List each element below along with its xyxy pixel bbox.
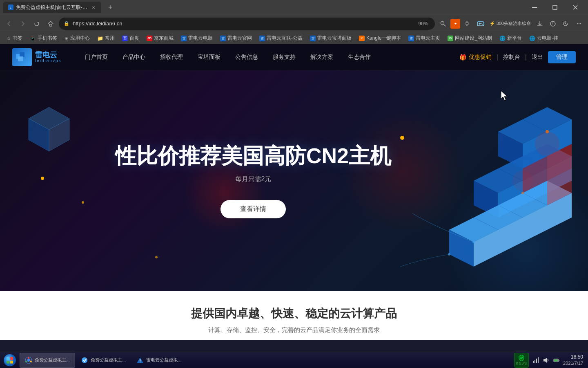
bookmark-newplatform[interactable]: 🌐 新平台	[496, 34, 525, 43]
tray-battery-icon[interactable]	[552, 356, 561, 364]
bookmark-ldc1[interactable]: 雷 雷电云电脑	[178, 34, 216, 43]
close-button[interactable]	[566, 0, 585, 15]
promo-link[interactable]: 🎁 优惠促销	[459, 54, 492, 61]
bookmark-appcenter[interactable]: ⊞ 应用中心	[61, 34, 93, 43]
url-text: https://idc.leidian6.cn	[73, 20, 415, 27]
start-button[interactable]	[2, 352, 18, 368]
nav-support[interactable]: 服务支持	[265, 44, 303, 70]
taskbar-item-3[interactable]: 雷电云公益虚拟...	[131, 353, 186, 368]
security-badge[interactable]: 黄金认证	[514, 353, 529, 368]
maximize-button[interactable]	[546, 0, 564, 15]
bookmark-xingshu[interactable]: ☆ 书签	[3, 34, 26, 43]
taskbar-item-2[interactable]: 免费公益虚拟主...	[76, 353, 131, 368]
nav-control-link[interactable]: 控制台	[503, 54, 520, 61]
cloudpc-favicon: 🌐	[529, 36, 535, 41]
more-button[interactable]	[573, 18, 585, 29]
svg-point-64	[521, 192, 524, 194]
hero-subtitle: 每月只需2元	[115, 175, 391, 184]
nav-products[interactable]: 产品中心	[115, 44, 153, 70]
tray-volume-icon[interactable]	[542, 356, 550, 364]
svg-line-8	[444, 25, 445, 26]
window-controls	[525, 0, 585, 15]
bookmark-kangle[interactable]: K Kangle一键脚本	[356, 34, 404, 43]
taskbar-item3-label: 雷电云公益虚拟...	[146, 357, 181, 363]
clock-date: 2021/7/17	[563, 360, 583, 366]
svg-point-12	[481, 23, 482, 24]
svg-point-19	[579, 23, 579, 24]
search-button[interactable]	[437, 18, 449, 29]
downloads-button[interactable]	[534, 18, 546, 29]
app3-icon	[136, 357, 144, 364]
bookmark-cloudpc[interactable]: 🌐 云电脑-挂	[526, 34, 561, 43]
account-info[interactable]: ⚡ 300头猪浇水续命	[488, 18, 532, 29]
tab-close-button[interactable]: ✕	[91, 4, 96, 11]
nav-baota[interactable]: 宝塔面板	[190, 44, 228, 70]
svg-point-75	[140, 361, 140, 362]
active-tab[interactable]: L 免费公益虚拟主机|雷电云互联-公益... ✕	[3, 2, 101, 13]
ldc-favicon-2: 雷	[220, 36, 226, 41]
home-button[interactable]	[45, 18, 56, 29]
ldc-favicon-3: 雷	[259, 36, 265, 41]
bookmark-jd[interactable]: JD 京东商城	[143, 34, 177, 43]
website-content: 雷电云 leidianvps 门户首页 产品中心 招收代理 宝塔面板 公告信息 …	[0, 44, 588, 340]
svg-point-65	[535, 132, 559, 156]
svg-rect-68	[10, 357, 13, 360]
bookmark-ldc3[interactable]: 雷 雷电云互联-公益	[256, 34, 306, 43]
left-cube-decoration	[24, 103, 74, 152]
bookmark-baidu[interactable]: 百 百度	[119, 34, 143, 43]
nav-logout-link[interactable]: 退出	[532, 54, 543, 61]
nav-agents[interactable]: 招收代理	[153, 44, 190, 70]
svg-point-7	[441, 21, 444, 25]
bookmark-website[interactable]: W 网站建设_网站制	[444, 34, 495, 43]
game-button[interactable]	[475, 18, 486, 29]
nav-manage-button[interactable]: 管理	[548, 51, 576, 63]
svg-point-66	[512, 171, 533, 191]
nav-home[interactable]: 门户首页	[78, 44, 115, 70]
hero-cta-button[interactable]: 查看详情	[220, 200, 286, 218]
minimize-button[interactable]	[525, 0, 544, 15]
thunder-download-button[interactable]	[450, 19, 460, 29]
logo-icon	[12, 48, 32, 66]
bookmark-ldc2[interactable]: 雷 雷电云官网	[217, 34, 255, 43]
back-button[interactable]	[3, 18, 15, 29]
kangle-favicon: K	[359, 36, 365, 41]
bookmarks-bar: ☆ 书签 📱 手机书签 ⊞ 应用中心 📁 常用 百 百度 JD 京东商城 雷 雷…	[0, 32, 588, 44]
svg-rect-78	[536, 359, 537, 363]
nav-solutions[interactable]: 解决方案	[303, 44, 341, 70]
taskbar: 免费公益虚拟主... 免费公益虚拟主... 雷电云公益虚拟...	[0, 352, 588, 368]
svg-rect-70	[10, 361, 13, 364]
extensions-button[interactable]	[462, 18, 473, 29]
gift-icon: 🎁	[459, 54, 466, 61]
svg-rect-82	[559, 360, 559, 361]
svg-rect-83	[554, 359, 558, 361]
svg-rect-23	[18, 56, 23, 61]
ldc-favicon-1: 雷	[181, 36, 187, 41]
nav-announcements[interactable]: 公告信息	[228, 44, 265, 70]
site-logo[interactable]: 雷电云 leidianvps	[12, 48, 61, 66]
edit-button[interactable]	[547, 18, 559, 29]
system-time[interactable]: 18:50 2021/7/17	[563, 354, 583, 366]
https-icon: 🔒	[64, 21, 69, 26]
refresh-button[interactable]	[31, 18, 42, 29]
night-mode-button[interactable]	[560, 18, 572, 29]
svg-rect-3	[553, 5, 557, 9]
nav-ecosystem[interactable]: 生态合作	[341, 44, 378, 70]
taskbar-item2-label: 免费公益虚拟主...	[91, 357, 126, 363]
browser-chrome: L 免费公益虚拟主机|雷电云互联-公益... ✕ +	[0, 0, 588, 44]
bookmark-ldc-main[interactable]: 雷 雷电云主页	[405, 34, 443, 43]
forward-button[interactable]	[17, 18, 29, 29]
svg-rect-2	[532, 7, 537, 8]
mobile-icon: 📱	[30, 36, 36, 41]
tray-network-icon[interactable]	[531, 356, 539, 364]
chrome-icon	[25, 357, 32, 364]
tab-favicon: L	[8, 4, 13, 10]
svg-rect-79	[538, 357, 539, 363]
hero-content: 性比价推荐美国高防CN2主机 每月只需2元 查看详情	[115, 143, 391, 218]
bookmark-common[interactable]: 📁 常用	[94, 34, 118, 43]
new-tab-button[interactable]: +	[105, 2, 116, 13]
address-bar[interactable]: 🔒 https://idc.leidian6.cn 90%	[59, 18, 435, 30]
baota-favicon: 雷	[310, 36, 316, 41]
bookmark-mobile[interactable]: 📱 手机书签	[27, 34, 60, 43]
taskbar-item-chrome[interactable]: 免费公益虚拟主...	[20, 353, 75, 368]
bookmark-baota[interactable]: 雷 雷电云宝塔面板	[307, 34, 355, 43]
